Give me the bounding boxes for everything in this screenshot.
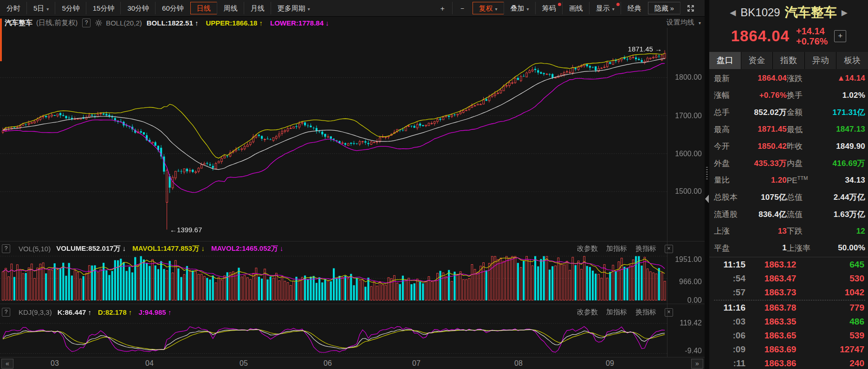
stat-row: 涨幅+0.76%换手1.02% <box>714 87 865 104</box>
toolbar-button-left-7[interactable]: 周线 <box>217 2 244 14</box>
toolbar-button-label: 叠加 <box>511 4 525 12</box>
change-params-button[interactable]: 改参数 <box>577 244 598 253</box>
mavol1-value: MAVOL1:1477.853万 ↓ <box>132 244 205 253</box>
toolbar-button-label: 复权 <box>479 4 493 12</box>
stat-label: 上涨率 <box>787 243 824 254</box>
help-icon[interactable]: ? <box>2 244 10 253</box>
tab-0[interactable]: 盘口 <box>709 52 741 69</box>
caret-down-icon: ▾ <box>699 20 701 25</box>
toolbar-button-label: 15分钟 <box>93 4 115 12</box>
divider-grip[interactable] <box>706 167 708 180</box>
tape-time: 11:16 <box>714 303 745 313</box>
toolbar-button-left-0[interactable]: 分时 <box>0 2 27 14</box>
pane-divider <box>0 304 705 304</box>
toolbar-button-right-6[interactable]: 显示▾ <box>589 2 621 14</box>
stat-value: 1.20 <box>745 176 787 185</box>
toolbar-button-right-4[interactable]: 筹码 <box>536 2 563 14</box>
toolbar-button-left-1[interactable]: 5日▾ <box>27 2 55 14</box>
time-axis-label: 05 <box>240 359 248 368</box>
quote-panel: ◀ BK1029 汽车整车 ▶ 1864.04 +14.14 +0.76% ＋ … <box>709 0 868 369</box>
stat-value: 836.4亿 <box>745 209 787 220</box>
stat-row: 最高1871.45最低1847.13 <box>714 121 865 138</box>
add-indicator-button[interactable]: 加指标 <box>606 308 627 317</box>
tab-3[interactable]: 异动 <box>805 52 836 69</box>
panel-divider[interactable] <box>705 0 709 369</box>
tape-price: 1863.78 <box>745 303 815 313</box>
boll-mid-value: BOLL:1822.51 ↑ <box>147 19 199 27</box>
fullscreen-icon[interactable] <box>680 2 701 14</box>
toolbar-button-left-6[interactable]: 日线 <box>190 2 217 14</box>
arrow-left-icon: ← <box>170 226 177 234</box>
toolbar-button-left-9[interactable]: 更多周期▾ <box>271 2 317 14</box>
gear-icon[interactable] <box>95 19 102 26</box>
toolbar-button-right-8[interactable]: 隐藏» <box>648 2 680 14</box>
toolbar-button-label: 画线 <box>569 4 583 12</box>
trading-app-window: 分时5日▾5分钟15分钟30分钟60分钟日线周线月线更多周期▾ ＋－复权▾叠加▾… <box>0 0 868 369</box>
double-chevron-right-icon: » <box>670 4 674 12</box>
stat-row: 上涨13下跌12 <box>714 223 865 240</box>
stat-row: 外盘435.33万内盘416.69万 <box>714 155 865 172</box>
vol-pane-tools: 改参数 加指标 换指标 × <box>534 244 673 253</box>
tape-volume: 645 <box>815 260 865 270</box>
change-percent: +0.76% <box>796 36 828 46</box>
switch-indicator-button[interactable]: 换指标 <box>635 244 656 253</box>
scroll-left-button[interactable]: « <box>1 359 13 369</box>
stat-label: 平盘 <box>714 243 745 254</box>
stat-value: ▲14.14 <box>824 74 865 83</box>
chart-header: 汽车整车 (日线,前复权) ? BOLL(20,2) BOLL:1822.51 … <box>0 17 705 28</box>
help-icon[interactable]: ? <box>82 19 91 27</box>
quote-stats: 最新1864.04涨跌▲14.14涨幅+0.76%换手1.02%总手852.02… <box>714 70 865 257</box>
stat-label: 量比 <box>714 175 745 185</box>
toolbar-button-right-3[interactable]: 叠加▾ <box>504 2 536 14</box>
tab-1[interactable]: 资金 <box>741 52 773 69</box>
next-symbol-icon[interactable]: ▶ <box>842 8 848 18</box>
toolbar-button-label: 筹码 <box>542 4 556 12</box>
toolbar-button-left-3[interactable]: 15分钟 <box>86 2 121 14</box>
stat-label: 换手 <box>787 90 824 101</box>
prev-symbol-icon[interactable]: ◀ <box>730 8 736 18</box>
stat-value: 1.02% <box>824 91 865 100</box>
collapse-arrow-icon[interactable] <box>705 195 709 203</box>
time-axis-label: 06 <box>324 359 332 368</box>
last-price: 1864.04 <box>731 27 790 45</box>
time-axis-label: 03 <box>51 359 59 368</box>
price-change: +14.14 +0.76% <box>796 26 828 46</box>
toolbar-button-left-2[interactable]: 5分钟 <box>55 2 86 14</box>
tape-time: :54 <box>714 274 745 284</box>
caret-down-icon: ▾ <box>527 6 529 12</box>
j-value: J:94.985 ↑ <box>138 308 171 316</box>
stat-label: 总值 <box>787 192 824 203</box>
period-toolbar: 分时5日▾5分钟15分钟30分钟60分钟日线周线月线更多周期▾ ＋－复权▾叠加▾… <box>0 0 705 17</box>
scroll-right-button[interactable]: » <box>691 359 703 369</box>
stat-label: 外盘 <box>714 158 745 169</box>
help-icon[interactable]: ? <box>2 308 10 317</box>
switch-indicator-button[interactable]: 换指标 <box>635 308 656 317</box>
tape-row: :031863.35486 <box>714 315 865 329</box>
toolbar-button-left-8[interactable]: 月线 <box>244 2 271 14</box>
change-value: +14.14 <box>796 26 828 36</box>
stat-row: 量比1.20PETTM34.13 <box>714 172 865 189</box>
close-icon[interactable]: × <box>665 245 673 253</box>
toolbar-button-left-4[interactable]: 30分钟 <box>121 2 155 14</box>
toolbar-button-right-7[interactable]: 经典 <box>621 2 648 14</box>
toolbar-button-right-1[interactable]: － <box>453 2 473 14</box>
close-icon[interactable]: × <box>665 308 673 317</box>
tape-volume: 12747 <box>815 344 865 355</box>
toolbar-button-right-0[interactable]: ＋ <box>433 2 453 14</box>
add-to-watchlist-button[interactable]: ＋ <box>834 30 846 42</box>
kdj-pane-tools: 改参数 加指标 换指标 × <box>534 308 673 317</box>
stat-label: 总手 <box>714 107 745 118</box>
change-params-button[interactable]: 改参数 <box>577 308 598 317</box>
toolbar-button-right-5[interactable]: 画线 <box>563 2 589 14</box>
caret-down-icon: ▾ <box>46 6 49 12</box>
toolbar-button-right-2[interactable]: 复权▾ <box>473 2 504 14</box>
time-and-sales[interactable]: 11:151863.12645:541863.47530:571863.7310… <box>714 258 865 369</box>
ma-settings-button[interactable]: 设置均线 ▾ <box>636 18 701 27</box>
add-indicator-button[interactable]: 加指标 <box>606 244 627 253</box>
down-arrow-icon: ↓ <box>123 244 126 252</box>
toolbar-button-left-5[interactable]: 60分钟 <box>155 2 190 14</box>
tab-4[interactable]: 板块 <box>836 52 868 69</box>
tape-price: 1863.86 <box>745 358 815 369</box>
tab-2[interactable]: 指数 <box>773 52 804 69</box>
axis-label: 1500.00 <box>668 187 702 196</box>
